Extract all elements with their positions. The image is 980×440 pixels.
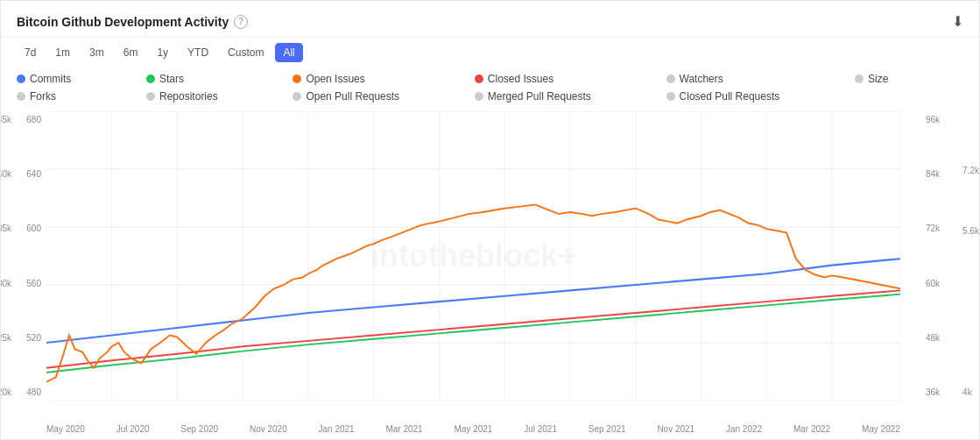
x-label-11: Mar 2022 (793, 424, 830, 434)
x-label-3: Nov 2020 (250, 424, 287, 434)
y-label-left-alt-0: 680 (18, 115, 46, 124)
y-label-right2-5: 4k (959, 387, 979, 397)
y-label-right1-3: 60k (922, 279, 940, 288)
legend-dot (475, 92, 483, 101)
y-label-left-alt-2: 600 (18, 224, 46, 233)
y-label-left-commits-2: 35k (0, 224, 17, 233)
x-label-6: May 2021 (454, 424, 492, 434)
y-label-right1-4: 48k (922, 333, 940, 343)
y-label-left-alt-5: 480 (18, 387, 46, 397)
y-label-left-alt-4: 520 (18, 333, 46, 343)
y-label-right1-2: 72k (922, 224, 940, 233)
x-label-12: May 2022 (862, 424, 900, 434)
y-label-left-commits-3: 30k (0, 279, 17, 288)
legend-label: Merged Pull Requests (488, 90, 591, 103)
time-btn-1m[interactable]: 1m (47, 43, 78, 62)
legend-item-closed-issues[interactable]: Closed Issues (475, 71, 666, 87)
legend-dot (855, 75, 864, 83)
chart-title: Bitcoin Github Development Activity (17, 15, 229, 29)
x-label-2: Sep 2020 (180, 424, 218, 434)
legend-item-commits[interactable]: Commits (17, 71, 146, 87)
legend-item-open-pull-requests[interactable]: Open Pull Requests (293, 89, 474, 104)
y-label-right1-0: 96k (922, 115, 940, 124)
legend-dot (666, 92, 675, 101)
legend-dot (475, 75, 483, 83)
legend-label: Size (868, 73, 888, 85)
legend-dot (146, 75, 155, 83)
legend-item-repositories[interactable]: Repositories (146, 89, 293, 104)
legend-label: Open Issues (306, 73, 364, 85)
legend-label: Open Pull Requests (306, 90, 399, 103)
legend-label: Repositories (159, 90, 218, 103)
legend-item-merged-pull-requests[interactable]: Merged Pull Requests (475, 89, 666, 104)
time-btn-all[interactable]: All (275, 43, 302, 62)
time-btn-6m[interactable]: 6m (116, 43, 146, 62)
dashboard-container: Bitcoin Github Development Activity ? ⬇ … (0, 0, 980, 440)
x-label-10: Jan 2022 (726, 424, 762, 434)
chart-legend: CommitsStarsOpen IssuesClosed IssuesWatc… (1, 67, 979, 110)
x-label-1: Jul 2020 (116, 424, 150, 434)
y-label-left-commits-0: 45k (0, 115, 17, 124)
legend-dot (146, 92, 155, 101)
legend-dot (666, 75, 675, 83)
legend-item-size[interactable]: Size (855, 71, 963, 87)
y-label-right1-5: 36k (922, 387, 940, 397)
y-label-right2-1: 7.2k (959, 166, 979, 175)
time-btn-1y[interactable]: 1y (149, 43, 176, 62)
time-btn-3m[interactable]: 3m (81, 43, 112, 62)
x-label-0: May 2020 (46, 424, 85, 434)
time-btn-ytd[interactable]: YTD (180, 43, 216, 62)
x-axis: May 2020Jul 2020Sep 2020Nov 2020Jan 2021… (46, 424, 900, 434)
legend-label: Watchers (680, 73, 723, 85)
legend-item-stars[interactable]: Stars (146, 71, 293, 87)
legend-label: Closed Issues (488, 73, 553, 85)
legend-label: Closed Pull Requests (680, 90, 780, 103)
time-btn-7d[interactable]: 7d (17, 43, 44, 62)
y-label-left-commits-5: 20k (0, 387, 17, 397)
x-label-5: Mar 2021 (385, 424, 422, 434)
legend-dot (17, 92, 25, 101)
chart-header: Bitcoin Github Development Activity ? ⬇ (1, 1, 979, 38)
legend-dot (17, 75, 25, 83)
x-label-7: Jul 2021 (524, 424, 557, 434)
legend-dot (293, 75, 301, 83)
legend-label: Stars (159, 73, 184, 85)
y-label-left-commits-1: 40k (0, 169, 17, 179)
help-icon[interactable]: ? (234, 15, 248, 29)
legend-item-open-issues[interactable]: Open Issues (293, 71, 474, 87)
legend-item-watchers[interactable]: Watchers (666, 71, 855, 87)
x-label-4: Jan 2021 (319, 424, 355, 434)
legend-dot (293, 92, 301, 101)
y-label-right2-2: 5.6k (959, 226, 979, 236)
legend-label: Forks (30, 90, 56, 103)
y-axis-right-forks: 7.2k5.6k4k (959, 111, 979, 401)
legend-item-closed-pull-requests[interactable]: Closed Pull Requests (666, 89, 855, 104)
y-axis-left-commits: 45k68040k64035k60030k56025k52020k480 (1, 111, 46, 401)
y-label-left-alt-1: 640 (18, 169, 46, 179)
y-label-right1-1: 84k (922, 169, 940, 179)
y-label-left-alt-3: 560 (18, 279, 46, 288)
legend-item-forks[interactable]: Forks (17, 89, 146, 104)
legend-label: Commits (30, 73, 71, 85)
time-btn-custom[interactable]: Custom (220, 43, 271, 62)
chart-inner: intotheblock+ (46, 111, 900, 401)
x-label-9: Nov 2021 (657, 424, 694, 434)
time-range-controls: 7d1m3m6m1yYTDCustomAll (1, 38, 979, 67)
x-label-8: Sep 2021 (589, 424, 626, 434)
chart-title-area: Bitcoin Github Development Activity ? (17, 15, 248, 29)
chart-svg (46, 111, 900, 401)
download-icon[interactable]: ⬇ (952, 13, 963, 30)
y-axis-right-size: 96k84k72k60k48k36k (922, 111, 940, 401)
chart-area: 45k68040k64035k60030k56025k52020k480 (1, 111, 979, 401)
y-label-left-commits-4: 25k (0, 333, 17, 343)
